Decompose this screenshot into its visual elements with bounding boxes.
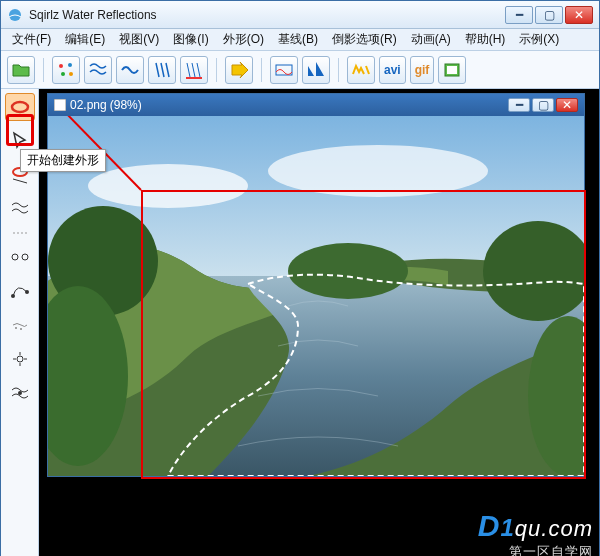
svg-point-14 bbox=[15, 327, 17, 329]
document-window: 02.png (98%) ━ ▢ ✕ bbox=[47, 93, 585, 477]
separator-icon bbox=[5, 229, 35, 237]
document-zoom: (98%) bbox=[110, 98, 142, 112]
wave-a-button[interactable] bbox=[84, 56, 112, 84]
svg-point-4 bbox=[69, 72, 73, 76]
wave-tool[interactable] bbox=[5, 195, 35, 223]
maximize-button[interactable]: ▢ bbox=[535, 6, 563, 24]
ripple-points-button[interactable] bbox=[52, 56, 80, 84]
svg-point-15 bbox=[20, 328, 22, 330]
close-button[interactable]: ✕ bbox=[565, 6, 593, 24]
menu-file[interactable]: 文件(F) bbox=[5, 29, 58, 50]
wave-b-button[interactable] bbox=[116, 56, 144, 84]
rain-button[interactable] bbox=[148, 56, 176, 84]
tool-tooltip: 开始创建外形 bbox=[20, 149, 106, 172]
title-bar: Sqirlz Water Reflections ━ ▢ ✕ bbox=[1, 1, 599, 29]
doc-maximize-button[interactable]: ▢ bbox=[532, 98, 554, 112]
svg-point-17 bbox=[18, 391, 22, 395]
anchors-tool[interactable] bbox=[5, 243, 35, 271]
play-button[interactable] bbox=[225, 56, 253, 84]
menu-outline[interactable]: 外形(O) bbox=[216, 29, 271, 50]
menu-example[interactable]: 示例(X) bbox=[512, 29, 566, 50]
menu-bar: 文件(F) 编辑(E) 视图(V) 图像(I) 外形(O) 基线(B) 倒影选项… bbox=[1, 29, 599, 51]
svg-point-3 bbox=[61, 72, 65, 76]
menu-view[interactable]: 视图(V) bbox=[112, 29, 166, 50]
svg-rect-7 bbox=[447, 66, 457, 74]
svg-point-13 bbox=[25, 290, 29, 294]
animate-tool[interactable] bbox=[5, 379, 35, 407]
document-icon bbox=[54, 99, 66, 111]
document-canvas[interactable] bbox=[48, 116, 584, 476]
watermark: D1qu.com 第一区自学网 bbox=[478, 509, 593, 556]
svg-point-1 bbox=[59, 64, 63, 68]
app-window: Sqirlz Water Reflections ━ ▢ ✕ 文件(F) 编辑(… bbox=[0, 0, 600, 556]
menu-help[interactable]: 帮助(H) bbox=[458, 29, 513, 50]
menu-image[interactable]: 图像(I) bbox=[166, 29, 215, 50]
document-title-bar[interactable]: 02.png (98%) ━ ▢ ✕ bbox=[48, 94, 584, 116]
menu-base[interactable]: 基线(B) bbox=[271, 29, 325, 50]
toolbar-separator bbox=[43, 58, 44, 82]
toolbar-separator bbox=[261, 58, 262, 82]
svg-point-16 bbox=[17, 356, 23, 362]
blur-tool[interactable] bbox=[5, 311, 35, 339]
size-button[interactable] bbox=[302, 56, 330, 84]
export-gif-button[interactable]: gif bbox=[410, 56, 435, 84]
curve-tool[interactable] bbox=[5, 277, 35, 305]
annotation-box bbox=[141, 190, 586, 479]
canvas-area: 02.png (98%) ━ ▢ ✕ bbox=[39, 89, 599, 556]
export-avi-button[interactable]: avi bbox=[379, 56, 406, 84]
toolbar-separator bbox=[216, 58, 217, 82]
export-frame-button[interactable] bbox=[438, 56, 466, 84]
open-file-button[interactable] bbox=[7, 56, 35, 84]
svg-point-8 bbox=[12, 102, 28, 112]
app-icon bbox=[7, 7, 23, 23]
menu-anim[interactable]: 动画(A) bbox=[404, 29, 458, 50]
label-a-button[interactable] bbox=[180, 56, 208, 84]
transform-tool[interactable] bbox=[5, 345, 35, 373]
minimize-button[interactable]: ━ bbox=[505, 6, 533, 24]
doc-close-button[interactable]: ✕ bbox=[556, 98, 578, 112]
draw-outline-tool[interactable] bbox=[5, 93, 35, 121]
window-title: Sqirlz Water Reflections bbox=[29, 8, 503, 22]
doc-minimize-button[interactable]: ━ bbox=[508, 98, 530, 112]
svg-point-12 bbox=[11, 294, 15, 298]
document-filename: 02.png bbox=[70, 98, 107, 112]
preview-button[interactable] bbox=[270, 56, 298, 84]
menu-edit[interactable]: 编辑(E) bbox=[58, 29, 112, 50]
mw-button[interactable] bbox=[347, 56, 375, 84]
svg-point-11 bbox=[22, 254, 28, 260]
menu-reflect[interactable]: 倒影选项(R) bbox=[325, 29, 404, 50]
main-toolbar: avi gif bbox=[1, 51, 599, 89]
svg-rect-18 bbox=[54, 99, 66, 111]
svg-point-10 bbox=[12, 254, 18, 260]
svg-point-2 bbox=[68, 63, 72, 67]
toolbar-separator bbox=[338, 58, 339, 82]
